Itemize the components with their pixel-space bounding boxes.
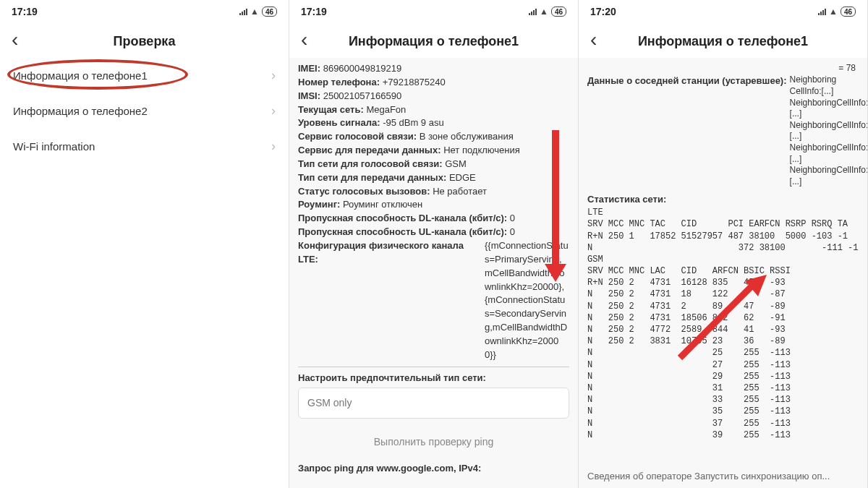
ping-button[interactable]: Выполнить проверку ping: [298, 427, 569, 456]
footer-operator-snippet: Сведения об операторе Запустить синхрони…: [579, 466, 867, 484]
info-value: +79218875240: [380, 77, 446, 87]
info-line: Тип сети для голосовой связи: GSM: [298, 158, 569, 171]
info-line: IMSI: 250021057166590: [298, 90, 569, 103]
chevron-right-icon: ›: [271, 103, 276, 119]
info-value: {{mConnectionStatus=PrimaryServing,mCell…: [485, 239, 569, 362]
nav-header: Проверка: [0, 23, 289, 58]
back-button[interactable]: [590, 32, 608, 51]
info-label: Роуминг:: [298, 199, 340, 210]
info-line: Сервис для передачи данных: Нет подключе…: [298, 144, 569, 158]
info-value: В зоне обслуживания: [417, 131, 514, 142]
info-value: Нет подключения: [441, 145, 520, 155]
neighbor-cell-info: Данные о соседней станции (устаревшее): …: [587, 74, 859, 187]
chevron-right-icon: ›: [271, 139, 276, 154]
ping-query-label: Запрос ping для www.google.com, IPv4:: [298, 462, 569, 476]
info-value: 869600049819219: [320, 63, 401, 74]
info-label: Конфигурация физического канала LTE:: [298, 239, 482, 267]
info-label: Номер телефона:: [298, 77, 380, 87]
status-bar: 17:20 ▲ 46: [579, 0, 867, 23]
preferred-network-select[interactable]: GSM only: [298, 388, 569, 418]
lte-table-header: LTE SRV MCC MNC TAC CID PCI EARFCN RSRP …: [587, 207, 859, 230]
preferred-network-block: Настроить предпочтительный тип сети: GSM…: [298, 367, 569, 419]
back-button[interactable]: [12, 32, 29, 51]
gsm-table-rows: R+N 250 2 4731 16128 835 45 -93 N 250 2 …: [587, 277, 859, 441]
preferred-network-label: Настроить предпочтительный тип сети:: [298, 372, 569, 385]
wifi-icon: ▲: [829, 7, 838, 17]
info-label: Пропускная способность DL-канала (кбит/с…: [298, 213, 507, 223]
gsm-table-header: GSM SRV MCC MNC LAC CID ARFCN BSIC RSSI: [587, 254, 859, 277]
info-label: IMSI:: [298, 90, 320, 101]
info-line: Роуминг: Роуминг отключен: [298, 198, 569, 212]
phone-info-body[interactable]: = 78 Данные о соседней станции (устаревш…: [579, 58, 867, 488]
list-item-label: Информация о телефоне1: [13, 69, 148, 82]
info-line: Пропускная способность DL-канала (кбит/с…: [298, 212, 569, 226]
lte-table-rows: R+N 250 1 17852 51527957 487 38100 5000 …: [587, 231, 859, 254]
back-button[interactable]: [301, 32, 318, 51]
info-label: Сервис для передачи данных:: [298, 145, 441, 155]
nav-header: Информация о телефоне1: [579, 23, 867, 58]
info-label: IMEI:: [298, 63, 320, 74]
info-label: Пропускная способность UL-канала (кбит/с…: [298, 226, 507, 237]
status-right: ▲ 46: [818, 7, 856, 17]
info-value: MegaFon: [364, 104, 407, 115]
info-line: Уровень сигнала: -95 dBm 9 asu: [298, 116, 569, 130]
info-label: Сервис голосовой связи:: [298, 131, 417, 142]
wifi-icon: ▲: [250, 7, 259, 17]
status-bar: 17:19 ▲ 46: [289, 0, 578, 23]
info-value: 250021057166590: [320, 90, 401, 101]
network-stats-title: Статистика сети:: [587, 193, 859, 207]
battery-icon: 46: [551, 7, 566, 17]
info-value: GSM: [443, 158, 467, 169]
status-right: ▲ 46: [529, 7, 566, 17]
status-time: 17:19: [12, 6, 38, 17]
battery-icon: 46: [841, 7, 856, 17]
screen-phone-info-stats: 17:20 ▲ 46 Информация о телефоне1 = 78 Д…: [579, 0, 868, 488]
testing-list: Информация о телефоне1 › Информация о те…: [0, 58, 289, 164]
page-title: Информация о телефоне1: [318, 34, 566, 49]
info-line: Пропускная способность UL-канала (кбит/с…: [298, 226, 569, 239]
neighbor-value: Neighboring CellInfo:[...] NeighboringCe…: [790, 74, 862, 187]
info-label: Уровень сигнала:: [298, 117, 380, 128]
nav-header: Информация о телефоне1: [289, 23, 578, 58]
status-time: 17:20: [590, 6, 616, 17]
info-label: Тип сети для голосовой связи:: [298, 158, 443, 169]
info-value: -95 dBm 9 asu: [380, 117, 444, 128]
screen-testing-menu: 17:19 ▲ 46 Проверка Информация о телефон…: [0, 0, 289, 488]
info-value: 0: [507, 213, 515, 223]
status-time: 17:19: [301, 6, 327, 17]
status-bar: 17:19 ▲ 46: [0, 0, 289, 23]
phone-info-body[interactable]: IMEI: 869600049819219Номер телефона: +79…: [289, 58, 578, 488]
info-line: Конфигурация физического канала LTE: {{m…: [298, 239, 569, 362]
info-label: Тип сети для передачи данных:: [298, 172, 446, 183]
neighbor-label: Данные о соседней станции (устаревшее):: [587, 74, 787, 88]
signal-icon: [239, 8, 247, 15]
list-item-phone-info-2[interactable]: Информация о телефоне2 ›: [0, 93, 289, 129]
page-title: Проверка: [29, 34, 277, 49]
info-line: Статус голосовых вызовов: Не работает: [298, 185, 569, 199]
kv-list: IMEI: 869600049819219Номер телефона: +79…: [298, 62, 569, 362]
info-line: Текущая сеть: MegaFon: [298, 103, 569, 117]
signal-icon: [529, 8, 537, 15]
status-right: ▲ 46: [239, 7, 277, 17]
list-item-wifi-info[interactable]: Wi-Fi information ›: [0, 129, 289, 164]
info-value: Роуминг отключен: [340, 199, 422, 210]
info-label: Текущая сеть:: [298, 104, 364, 115]
page-title: Информация о телефоне1: [608, 34, 856, 49]
info-line: Тип сети для передачи данных: EDGE: [298, 171, 569, 185]
info-line: Номер телефона: +79218875240: [298, 76, 569, 90]
list-item-label: Информация о телефоне2: [13, 105, 148, 117]
info-label: Статус голосовых вызовов:: [298, 186, 430, 197]
battery-icon: 46: [262, 7, 277, 17]
info-value: 0: [507, 226, 515, 237]
info-line: IMEI: 869600049819219: [298, 62, 569, 76]
list-item-label: Wi-Fi information: [13, 140, 95, 153]
info-value: Не работает: [430, 186, 487, 197]
info-value: EDGE: [446, 172, 475, 183]
wifi-icon: ▲: [540, 7, 548, 17]
info-line: Сервис голосовой связи: В зоне обслужива…: [298, 130, 569, 144]
signal-icon: [818, 8, 826, 15]
screen-phone-info-basic: 17:19 ▲ 46 Информация о телефоне1 IMEI: …: [289, 0, 579, 488]
list-item-phone-info-1[interactable]: Информация о телефоне1 ›: [0, 58, 289, 93]
chevron-right-icon: ›: [271, 68, 276, 83]
top-equals-fragment: = 78: [587, 62, 859, 74]
